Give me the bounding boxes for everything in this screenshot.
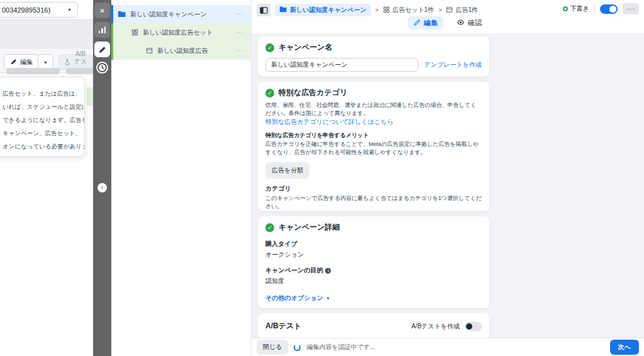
chevron-down-icon: ▼ <box>326 296 330 301</box>
clock-icon[interactable] <box>96 62 108 74</box>
special-ad-category-card: ✓ 特別な広告カテゴリ 信用、雇用、住宅、社会問題、選挙または政治に関連した広告… <box>258 82 489 211</box>
adset-grid-icon <box>383 6 390 14</box>
chart-icon[interactable] <box>94 22 110 38</box>
account-dropdown[interactable]: 003429895316) ▼ <box>0 2 78 18</box>
tree-item-label: 新しい認知度キャンペーン <box>130 10 207 19</box>
check-circle-icon: ✓ <box>265 89 274 97</box>
toolbar-band <box>0 20 93 49</box>
campaign-name-card: ✓ キャンペーン名 テンプレートを作成 <box>258 36 489 77</box>
breadcrumb-ad-label: 広告1件 <box>455 6 478 14</box>
panel-toggle-button[interactable] <box>257 4 270 16</box>
more-options-icon[interactable]: ··· <box>236 29 244 36</box>
buy-type-value: オークション <box>265 250 482 259</box>
more-options-icon[interactable]: ··· <box>623 3 639 14</box>
buy-type-label: 購入タイプ <box>265 240 482 248</box>
draft-status-icon <box>563 6 568 11</box>
flask-icon <box>64 58 70 67</box>
objective-label: キャンペーンの目的 i <box>265 266 482 275</box>
info-icon[interactable]: i <box>325 268 331 274</box>
breadcrumb-adset[interactable]: 広告セット1件 <box>383 6 434 14</box>
tree-item-ad[interactable]: 新しい認知度広告 ··· <box>111 42 251 60</box>
selection-strip <box>111 42 113 60</box>
edit-button-label: 編集 <box>20 58 33 67</box>
selection-strip <box>111 23 113 42</box>
background-page: 003429895316) ▼ 編集 ▼ A/Bテスト 広告セット、または広告は… <box>0 0 93 356</box>
tree-item-campaign[interactable]: 新しい認知度キャンペーン ··· <box>111 5 251 23</box>
tree-item-adset[interactable]: 新しい認知度広告セット ··· <box>111 23 251 42</box>
breadcrumb-adset-label: 広告セット1件 <box>392 6 434 14</box>
draft-status-label: 下書き <box>570 4 589 13</box>
edit-review-tabs: 編集 確認 <box>252 16 644 30</box>
tooltip: 広告セット、または広告は、 いれば、スケジュールと設定に できるようになります。… <box>0 77 85 157</box>
check-circle-icon: ✓ <box>265 223 274 232</box>
folder-icon <box>279 6 287 14</box>
breadcrumb-ad[interactable]: 広告1件 <box>446 6 478 14</box>
table-header-ghost <box>6 68 60 74</box>
header-right-cluster: 下書き ··· <box>563 3 639 15</box>
highlighted-row-edge <box>87 87 93 106</box>
breadcrumb-campaign[interactable]: 新しい認知度キャンペーン <box>275 4 371 16</box>
pencil-icon <box>414 19 421 27</box>
ab-test-toggle[interactable] <box>465 322 482 331</box>
next-button[interactable]: 次へ <box>610 340 639 355</box>
tree-item-label: 新しい認知度広告 <box>157 47 208 55</box>
table-header-ghost <box>66 68 93 74</box>
more-options-icon[interactable]: ··· <box>236 11 244 18</box>
learn-more-link[interactable]: 特別な広告カテゴリについて詳しくはこちら <box>265 118 394 125</box>
pencil-icon[interactable] <box>94 42 110 57</box>
more-options-link-label: その他のオプション <box>265 294 323 303</box>
card-title: キャンペーン詳細 <box>279 222 340 233</box>
check-circle-icon: ✓ <box>265 43 274 52</box>
breadcrumb-campaign-label: 新しい認知度キャンペーン <box>290 6 367 14</box>
tooltip-line: 広告セット、または広告は、 <box>3 87 83 100</box>
objective-value: 認知度 <box>265 277 482 286</box>
tooltip-line: できるようになります。広告を <box>3 113 83 126</box>
more-options-link[interactable]: その他のオプション ▼ <box>265 294 482 303</box>
edit-panel-header: 新しい認知度キャンペーン > 広告セット1件 > 広告1件 下書き ··· <box>252 0 644 33</box>
adset-grid-icon <box>131 29 138 36</box>
close-button[interactable]: 閉じる <box>257 340 288 355</box>
collapse-arrow-icon[interactable]: ‹ <box>97 183 107 192</box>
pencil-icon <box>11 58 17 66</box>
selection-strip <box>111 5 113 23</box>
active-toggle[interactable] <box>600 4 618 14</box>
tooltip-line: いれば、スケジュールと設定に <box>3 100 83 113</box>
edit-panel-footer: 閉じる 編集内容を認証中です... 次へ <box>252 338 644 356</box>
create-template-link[interactable]: テンプレートを作成 <box>425 60 482 69</box>
benefit-title: 特別な広告カテゴリを申告するメリット <box>265 131 482 140</box>
category-help-text: このキャンペーンで広告する内容に最もよく当てはまるカテゴリを1つ選択してください… <box>265 194 482 211</box>
tooltip-line: キャンペーン、広告セット、 <box>3 126 83 140</box>
tab-edit-label: 編集 <box>424 18 438 28</box>
loading-spinner-icon <box>294 344 301 351</box>
benefit-description: 広告カテゴリを正確に申告することで、Metaの広告規定に準拠した広告を掲載しやす… <box>265 140 482 157</box>
account-dropdown-value: 003429895316) <box>0 6 50 14</box>
more-options-icon[interactable]: ··· <box>236 47 244 54</box>
tab-review-label: 確認 <box>468 18 482 28</box>
tooltip-line: オンになっている必要がありま <box>3 140 83 153</box>
campaign-tree-panel: 新しい認知度キャンペーン ··· 新しい認知度広告セット ··· 新しい認知度広… <box>111 0 252 356</box>
ab-test-card: A/Bテスト A/Bテストを作成 <box>258 313 489 339</box>
close-icon[interactable]: × <box>94 3 110 18</box>
card-title: キャンペーン名 <box>279 42 332 53</box>
tree-item-label: 新しい認知度広告セット <box>143 28 213 37</box>
classify-ads-button[interactable]: 広告を分類 <box>265 162 309 179</box>
tab-edit[interactable]: 編集 <box>408 16 443 30</box>
folder-icon <box>118 10 126 18</box>
chevron-separator: > <box>375 7 379 13</box>
tab-review[interactable]: 確認 <box>451 16 487 30</box>
validating-status: 編集内容を認証中です... <box>306 343 375 352</box>
edit-panel: 新しい認知度キャンペーン > 広告セット1件 > 広告1件 下書き ··· <box>252 0 644 356</box>
category-label: カテゴリ <box>265 184 482 193</box>
campaign-details-card: ✓ キャンペーン詳細 購入タイプ オークション キャンペーンの目的 i 認知度 … <box>258 216 489 308</box>
category-description-text: 信用、雇用、住宅、社会問題、選挙または政治に関連した広告の場合、申告してください… <box>265 102 476 116</box>
card-title: A/Bテスト <box>265 321 302 331</box>
breadcrumb: 新しい認知度キャンペーン > 広告セット1件 > 広告1件 <box>257 3 478 17</box>
objective-label-text: キャンペーンの目的 <box>265 266 323 275</box>
divider <box>594 4 595 14</box>
ab-test-toggle-label: A/Bテストを作成 <box>411 322 460 331</box>
draft-status: 下書き <box>563 4 589 13</box>
category-description: 信用、雇用、住宅、社会問題、選挙または政治に関連した広告の場合、申告してください… <box>265 101 482 126</box>
side-toolbar: × ‹ <box>93 0 111 356</box>
chevron-separator: > <box>438 7 441 13</box>
campaign-name-input[interactable] <box>265 58 418 72</box>
